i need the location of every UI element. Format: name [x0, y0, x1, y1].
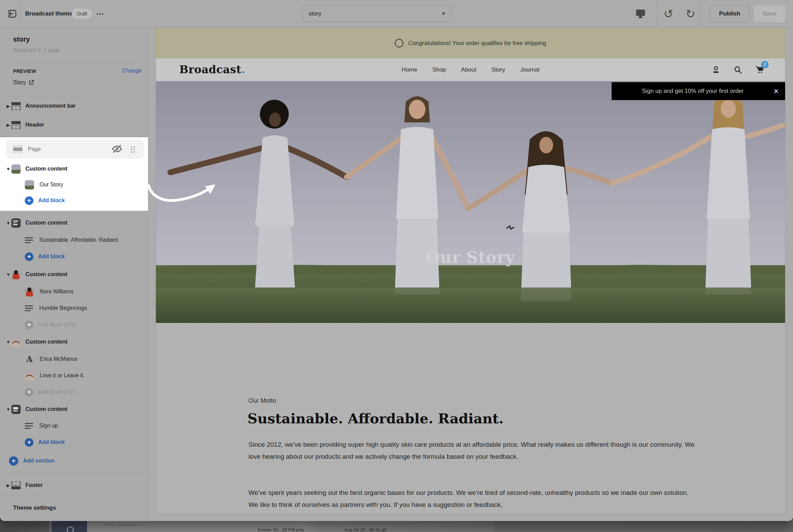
search-icon[interactable]	[733, 65, 742, 74]
sidebar-group-custom-content[interactable]: ▼ Custom content	[0, 402, 148, 417]
desktop-preview-button[interactable]	[635, 9, 646, 19]
topbar-divider	[656, 0, 657, 28]
nav-link-journal[interactable]: Journal	[520, 66, 540, 73]
nav-link-about[interactable]: About	[461, 66, 476, 73]
tutorial-arrow	[145, 178, 224, 216]
motto-paragraph: Since 2012, we've been providing super h…	[249, 438, 699, 463]
sidebar-group-custom-content[interactable]: ▼ Custom content	[0, 161, 148, 176]
disclosure-expanded-icon[interactable]: ▼	[5, 220, 11, 226]
theme-settings-button[interactable]: Theme settings	[13, 504, 56, 511]
sidebar-block[interactable]: Sign up	[0, 418, 173, 433]
theme-editor-window: Broadcast theme Draft ••• story ▾ ↺ ↻ Pu…	[0, 0, 793, 521]
group-label: Custom content	[25, 166, 67, 172]
disclosure-expanded-icon[interactable]: ▼	[5, 272, 11, 277]
group-label: Custom content	[25, 406, 67, 412]
motto-eyebrow: Our Motto	[249, 397, 276, 404]
tutorial-highlight-panel: Page ▼ Custom cont	[0, 137, 148, 211]
preview-page-link[interactable]: Story	[13, 79, 34, 86]
page-selector-dropdown[interactable]: story ▾	[302, 5, 452, 22]
redo-icon: ↻	[686, 7, 696, 20]
sidebar-section-footer[interactable]: ▶ Footer	[0, 478, 148, 493]
portrait-thumbnail-icon	[11, 270, 21, 279]
sidebar: story Assigned to 1 page PREVIEW Change …	[0, 28, 148, 521]
redo-button[interactable]: ↻	[686, 4, 696, 23]
add-block-label: Add block (2/2)	[38, 389, 75, 395]
topbar-divider	[20, 0, 21, 28]
disclosure-collapsed-icon[interactable]: ▶	[5, 483, 11, 488]
add-block-button-disabled: + Add block (2/2)	[0, 317, 173, 332]
block-label: Nora Williams	[40, 289, 74, 295]
disclosure-collapsed-icon[interactable]: ▶	[5, 122, 11, 128]
nav-link-home[interactable]: Home	[402, 66, 417, 73]
sidebar-block[interactable]: A Erica McManus	[0, 351, 173, 367]
preview-page-label: Story	[13, 79, 26, 86]
sidebar-group-custom-content[interactable]: ▼ Custom content	[0, 215, 148, 230]
sidebar-block[interactable]: Love it or Leave it.	[0, 368, 173, 383]
template-assigned-note: Assigned to 1 page	[13, 47, 60, 53]
sidebar-section-announcement-bar[interactable]: ▶ Announcement bar	[0, 98, 148, 113]
section-label: Page	[28, 146, 41, 152]
nav-link-story[interactable]: Story	[491, 66, 505, 73]
sidebar-block[interactable]: Sustainable. Affordable. Radiant.	[0, 232, 173, 248]
disclosure-expanded-icon[interactable]: ▼	[5, 166, 11, 172]
publish-button[interactable]: Publish	[710, 5, 750, 22]
save-button[interactable]: Save	[754, 5, 785, 22]
sidebar-section-header[interactable]: ▶ Header	[0, 117, 148, 132]
sidebar-group-custom-content[interactable]: ▼ Custom content	[0, 267, 148, 282]
add-block-label: Add block	[38, 439, 65, 445]
account-icon[interactable]	[711, 65, 720, 74]
divider	[6, 472, 148, 473]
add-block-button[interactable]: + Add block	[0, 249, 173, 264]
storefront-header: Broadcast. Home Shop About Story Journal	[156, 58, 785, 81]
add-block-label: Add block (2/2)	[38, 322, 75, 328]
draft-status-badge: Draft	[72, 9, 92, 19]
add-circle-icon: +	[25, 196, 33, 205]
add-circle-icon: +	[25, 438, 33, 447]
more-actions-button[interactable]: •••	[97, 0, 104, 28]
nav-link-shop[interactable]: Shop	[432, 66, 446, 73]
desktop-file-label: Screen Sh...39 PM.png	[241, 527, 320, 532]
add-circle-icon: +	[25, 321, 33, 329]
undo-button[interactable]: ↺	[664, 4, 674, 23]
hidden-eye-icon	[112, 144, 123, 153]
motto-heading: Sustainable. Affordable. Radiant.	[247, 410, 504, 426]
text-card-icon	[11, 405, 21, 414]
sidebar-section-page[interactable]: Page	[6, 140, 144, 159]
divider	[0, 496, 148, 496]
page-selector-value: story	[309, 10, 321, 17]
preview-label: PREVIEW	[13, 68, 36, 74]
sidebar-group-custom-content[interactable]: ▼ Custom content	[0, 334, 148, 349]
drag-handle-icon[interactable]	[131, 146, 135, 152]
block-label: Erica McManus	[40, 356, 77, 362]
header-section-icon	[11, 121, 21, 129]
cart-count-badge: 2	[761, 61, 769, 68]
sidebar-block[interactable]: Nora Williams	[0, 284, 173, 299]
undo-icon: ↺	[664, 7, 674, 20]
group-label: Custom content	[25, 271, 67, 278]
exit-editor-button[interactable]	[8, 9, 17, 19]
toggle-visibility-button[interactable]	[112, 144, 123, 155]
storefront-preview: Congratulations! Your order qualifies fo…	[156, 28, 785, 514]
field-thumbnail-icon	[11, 164, 21, 174]
add-block-button[interactable]: + Add block	[0, 435, 173, 450]
disclosure-expanded-icon[interactable]: ▼	[5, 339, 11, 345]
disclosure-collapsed-icon[interactable]: ▶	[5, 104, 11, 109]
dropdown-caret-icon: ▾	[442, 10, 445, 17]
story-content-section: Our Motto Sustainable. Affordable. Radia…	[156, 323, 785, 514]
add-section-label: Add section	[23, 458, 55, 464]
divider	[12, 62, 136, 63]
add-circle-icon: +	[9, 456, 18, 466]
preview-gutter: Congratulations! Your order qualifies fo…	[148, 28, 793, 521]
disclosure-expanded-icon[interactable]: ▼	[5, 407, 11, 412]
motto-paragraph: We've spent years seeking out the best o…	[249, 487, 699, 511]
header-icons: 2	[711, 58, 765, 81]
background-app-ring	[67, 526, 74, 532]
add-section-button[interactable]: + Add section	[0, 453, 148, 469]
add-circle-icon: +	[25, 252, 33, 261]
page-section-icon	[13, 145, 22, 153]
change-preview-link[interactable]: Change	[122, 68, 141, 74]
sidebar-block[interactable]: Humble Beginnings	[0, 301, 173, 316]
announcement-bar: Congratulations! Your order qualifies fo…	[156, 28, 785, 58]
group-label: Custom content	[25, 220, 67, 226]
close-icon[interactable]: ✕	[767, 87, 785, 95]
